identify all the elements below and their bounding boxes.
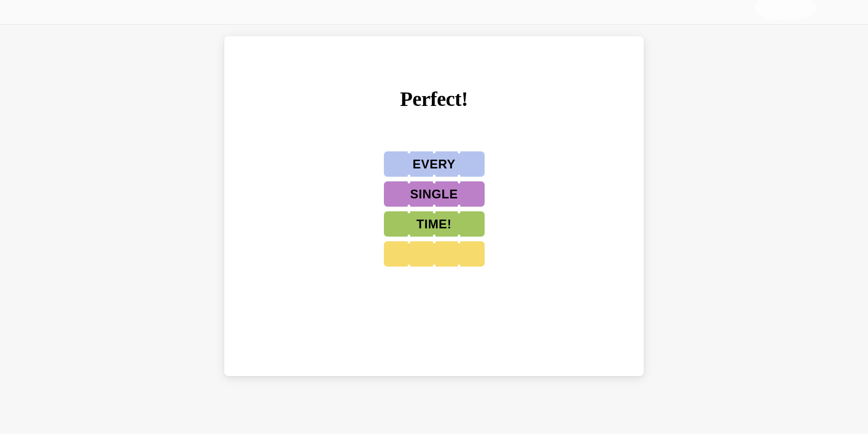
results-title: Perfect! bbox=[400, 87, 468, 111]
decorative-cloud bbox=[754, 0, 816, 21]
top-bar bbox=[0, 0, 868, 25]
guess-row-3-label: TIME! bbox=[416, 217, 452, 231]
guess-row-4 bbox=[384, 241, 485, 267]
guess-row-2: SINGLE bbox=[384, 181, 485, 207]
guess-row-1-label: EVERY bbox=[413, 157, 456, 172]
guess-row-1: EVERY bbox=[384, 151, 485, 177]
guess-row-2-label: SINGLE bbox=[410, 187, 458, 202]
results-modal: Perfect! EVERY SINGLE TIME! bbox=[224, 36, 644, 376]
guess-rows: EVERY SINGLE TIME! bbox=[384, 151, 485, 267]
guess-row-3: TIME! bbox=[384, 211, 485, 237]
